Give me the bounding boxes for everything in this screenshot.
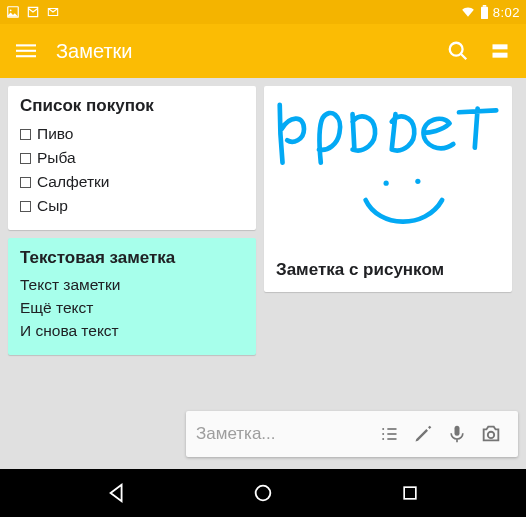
new-note-input[interactable]: Заметка... <box>196 424 372 444</box>
new-list-icon[interactable] <box>372 417 406 451</box>
note-body: Текст заметки Ещё текст И снова текст <box>20 274 244 343</box>
new-voice-icon[interactable] <box>440 417 474 451</box>
list-item: Сыр <box>20 194 244 218</box>
svg-point-15 <box>382 433 384 435</box>
nav-recent-button[interactable] <box>380 469 440 517</box>
status-bar: 8:02 <box>0 0 526 24</box>
svg-rect-3 <box>482 5 486 7</box>
svg-point-11 <box>384 181 389 186</box>
new-photo-icon[interactable] <box>474 417 508 451</box>
svg-rect-4 <box>16 44 36 46</box>
list-item: Рыба <box>20 146 244 170</box>
svg-rect-22 <box>404 487 416 499</box>
wifi-icon <box>460 5 476 19</box>
note-title: Текстовая заметка <box>20 248 244 268</box>
svg-rect-10 <box>493 53 508 58</box>
checkbox-icon <box>20 129 31 140</box>
search-icon[interactable] <box>446 39 470 63</box>
svg-line-8 <box>461 54 467 60</box>
nav-home-button[interactable] <box>233 469 293 517</box>
gallery-icon <box>6 5 20 19</box>
note-title: Заметка с рисунком <box>276 252 500 280</box>
clock-text: 8:02 <box>493 5 520 20</box>
nav-back-button[interactable] <box>87 469 147 517</box>
page-title: Заметки <box>56 40 133 63</box>
battery-icon <box>480 5 489 19</box>
navigation-bar <box>0 469 526 517</box>
svg-point-12 <box>415 179 420 184</box>
svg-point-17 <box>382 438 384 440</box>
svg-rect-5 <box>16 50 36 52</box>
new-note-bar: Заметка... <box>186 411 518 457</box>
gmail-icon <box>46 5 60 19</box>
drawing-canvas <box>276 92 500 252</box>
svg-rect-9 <box>493 44 508 49</box>
svg-point-20 <box>488 432 494 438</box>
list-item: Салфетки <box>20 170 244 194</box>
view-toggle-icon[interactable] <box>488 39 512 63</box>
new-drawing-icon[interactable] <box>406 417 440 451</box>
svg-rect-19 <box>455 426 460 436</box>
svg-point-21 <box>256 486 271 501</box>
notes-grid: Список покупок Пиво Рыба Салфетки Сыр Те… <box>0 78 526 469</box>
svg-point-13 <box>382 428 384 430</box>
note-card-text[interactable]: Текстовая заметка Текст заметки Ещё текс… <box>8 238 256 355</box>
svg-point-7 <box>450 43 463 56</box>
svg-rect-2 <box>481 7 488 19</box>
hamburger-icon[interactable] <box>14 39 38 63</box>
svg-rect-6 <box>16 55 36 57</box>
checkbox-icon <box>20 153 31 164</box>
app-bar: Заметки <box>0 24 526 78</box>
checkbox-icon <box>20 201 31 212</box>
checkbox-icon <box>20 177 31 188</box>
note-card-checklist[interactable]: Список покупок Пиво Рыба Салфетки Сыр <box>8 86 256 230</box>
note-title: Список покупок <box>20 96 244 116</box>
list-item: Пиво <box>20 122 244 146</box>
note-card-drawing[interactable]: Заметка с рисунком <box>264 86 512 292</box>
svg-point-1 <box>10 9 12 11</box>
mail-icon <box>26 5 40 19</box>
